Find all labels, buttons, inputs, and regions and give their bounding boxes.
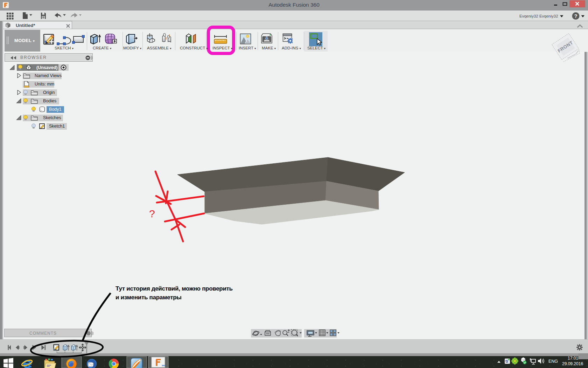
svg-text:?: ? [574,13,577,19]
svg-text:?: ? [149,208,155,219]
svg-text:ti: ti [505,359,508,364]
